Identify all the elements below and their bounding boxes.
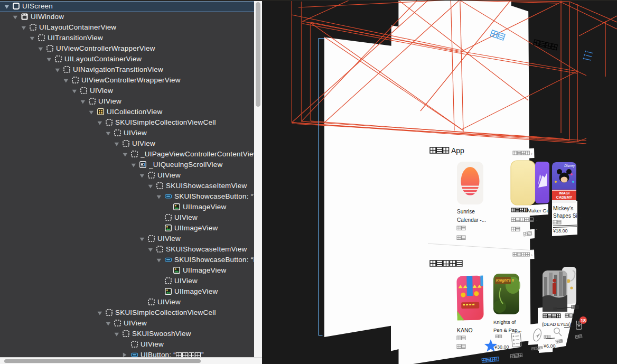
svg-text:KANO: KANO	[457, 327, 473, 333]
svg-text:18: 18	[581, 318, 586, 323]
svg-text:App: App	[451, 146, 464, 155]
svg-text:¥6.00: ¥6.00	[543, 343, 556, 349]
svg-text:-: -	[536, 226, 537, 232]
svg-text:IMAGI: IMAGI	[559, 191, 569, 195]
svg-text:CADEMY: CADEMY	[556, 195, 573, 199]
svg-text:(DEAD EYES): (DEAD EYES)	[542, 322, 571, 327]
svg-text:-: -	[536, 217, 537, 222]
svg-text:¥30.00: ¥30.00	[494, 344, 509, 350]
svg-text:›: ›	[531, 151, 532, 156]
svg-text:Mickey’s: Mickey’s	[553, 206, 573, 211]
svg-text:Sunrise: Sunrise	[457, 209, 475, 214]
svg-text:Knights of: Knights of	[493, 319, 516, 325]
svg-text:›: ›	[531, 253, 532, 258]
svg-text:Disney: Disney	[564, 164, 575, 168]
svg-text:ilMaker Go: ilMaker Go	[525, 208, 549, 213]
svg-text:Calendar -...: Calendar -...	[457, 217, 486, 223]
svg-text:Shapes Si...: Shapes Si...	[553, 213, 582, 219]
svg-text:Knight’s II: Knight’s II	[496, 278, 515, 283]
svg-text:¥18.00: ¥18.00	[553, 228, 568, 234]
svg-text:Pen & Pap...: Pen & Pap...	[493, 327, 521, 333]
